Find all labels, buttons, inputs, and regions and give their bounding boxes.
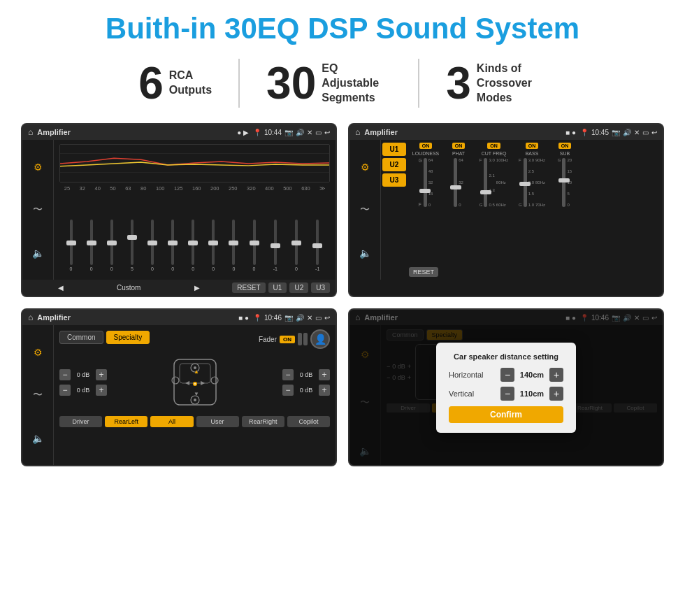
bass-slider[interactable] (524, 158, 527, 207)
right-front-minus[interactable]: − (282, 369, 294, 380)
right-vol-controls: − 0 dB + − 0 dB + (282, 369, 330, 396)
horizontal-minus-btn[interactable]: − (500, 368, 514, 382)
sub-slider[interactable] (562, 158, 565, 207)
confirm-button[interactable]: Confirm (449, 406, 563, 423)
speaker-icon[interactable]: 🔈 (32, 248, 44, 259)
eq-slider-12[interactable]: 0 (295, 220, 298, 275)
eq-slider-2[interactable]: 0 (90, 220, 93, 275)
right-front-val: 0 dB (296, 371, 316, 378)
location-icon: 📍 (253, 129, 261, 136)
driver-btn[interactable]: Driver (59, 416, 102, 427)
home-icon-2[interactable]: ⌂ (355, 127, 360, 137)
back-icon[interactable]: ↩ (324, 129, 330, 136)
u1-button[interactable]: U1 (268, 282, 287, 293)
eq-slider-9[interactable]: 0 (232, 220, 235, 275)
eq-icon[interactable]: ⚙ (34, 162, 43, 173)
wave-icon-3[interactable]: 〜 (33, 389, 43, 401)
amp-reset-btn[interactable]: RESET (409, 267, 438, 277)
horizontal-row: Horizontal − 140cm + (449, 368, 563, 382)
volume-icon-3: 🔊 (296, 314, 304, 322)
vertical-plus-btn[interactable]: + (549, 387, 563, 401)
main-title: Buith-in 30EQ DSP Sound System (21, 13, 664, 45)
right-rear-val: 0 dB (296, 387, 316, 394)
screen3-time: 10:46 (264, 314, 282, 322)
eq-slider-7[interactable]: 0 (192, 220, 194, 275)
eq-icon-3[interactable]: ⚙ (34, 347, 43, 358)
user-btn[interactable]: User (196, 416, 239, 427)
wifi-icon-2: ✕ (634, 129, 640, 136)
specialty-tab[interactable]: Specialty (106, 331, 150, 344)
left-rear-plus[interactable]: + (96, 385, 107, 396)
speaker-icon-2[interactable]: 🔈 (359, 248, 371, 259)
eq-icon-2[interactable]: ⚙ (361, 162, 370, 173)
camera-icon-2: 📷 (612, 129, 620, 136)
left-front-plus[interactable]: + (96, 369, 107, 380)
sub-label: SUB (560, 151, 570, 156)
left-front-minus[interactable]: − (59, 369, 71, 380)
eq-slider-10[interactable]: 0 (253, 220, 256, 275)
u3-button[interactable]: U3 (311, 282, 330, 293)
eq-next-icon[interactable]: ▶ (164, 284, 229, 292)
eq-graph (59, 144, 330, 182)
rearright-btn[interactable]: RearRight (242, 416, 284, 427)
eq-slider-8[interactable]: 0 (212, 220, 215, 275)
camera-icon: 📷 (284, 129, 293, 136)
cross-tabs: Common Specialty (59, 331, 150, 344)
phat-slider[interactable] (454, 158, 457, 207)
loudness-slider[interactable] (424, 158, 427, 207)
screen1-status-icons: 📍 10:44 📷 🔊 ✕ ▭ ↩ (253, 129, 330, 136)
sub-scale: G (558, 158, 561, 207)
back-icon-3[interactable]: ↩ (324, 314, 330, 322)
sub-vals: 20151050 (567, 158, 572, 207)
common-tab[interactable]: Common (59, 331, 103, 344)
eq-slider-11[interactable]: -1 (273, 220, 277, 275)
screen1-side-panel: ⚙ 〜 🔈 (22, 140, 54, 280)
screen-crossover: ⌂ Amplifier ■ ● 📍 10:46 📷 🔊 ✕ ▭ ↩ ⚙ 〜 🔈 (21, 308, 337, 466)
speaker-icon-3[interactable]: 🔈 (32, 433, 44, 444)
battery-icon: ▭ (315, 129, 322, 136)
eq-freq-labels: 253240 506380 100125160 200250320 400500… (59, 185, 330, 192)
eq-slider-5[interactable]: 0 (151, 220, 154, 275)
screen3-side-panel: ⚙ 〜 🔈 (22, 325, 54, 465)
vertical-minus-btn[interactable]: − (500, 387, 514, 401)
screen1-status-bar: ⌂ Amplifier ● ▶ 📍 10:44 📷 🔊 ✕ ▭ ↩ (22, 124, 336, 140)
loudness-vals: 644832160 (428, 158, 433, 207)
right-rear-plus[interactable]: + (319, 385, 330, 396)
wave-icon-2[interactable]: 〜 (360, 203, 370, 216)
eq-slider-4[interactable]: 5 (131, 220, 134, 275)
rearleft-btn[interactable]: RearLeft (105, 416, 147, 427)
all-btn[interactable]: All (150, 416, 193, 427)
svg-text:▶: ▶ (201, 380, 206, 386)
loudness-scale: GF (419, 158, 422, 207)
stat-label-crossover: Kinds ofCrossover Modes (477, 62, 547, 105)
u2-button[interactable]: U2 (289, 282, 308, 293)
cutfreq-slider[interactable] (484, 158, 487, 207)
amp-u1-btn[interactable]: U1 (382, 143, 406, 156)
eq-slider-6[interactable]: 0 (171, 220, 174, 275)
left-front-vol: − 0 dB + (59, 369, 107, 380)
home-icon[interactable]: ⌂ (28, 127, 33, 137)
left-rear-minus[interactable]: − (59, 385, 71, 396)
eq-slider-3[interactable]: 0 (110, 220, 113, 275)
reset-button[interactable]: RESET (232, 282, 265, 293)
right-front-plus[interactable]: + (319, 369, 330, 380)
home-icon-3[interactable]: ⌂ (28, 313, 33, 322)
eq-sliders-row: 0 0 0 5 0 0 0 0 0 0 -1 0 -1 (59, 194, 330, 275)
eq-slider-13[interactable]: -1 (315, 220, 319, 275)
back-icon-2[interactable]: ↩ (651, 129, 657, 136)
phat-label: PHAT (452, 151, 465, 156)
copilot-btn[interactable]: Copilot (287, 416, 330, 427)
eq-slider-1[interactable]: 0 (70, 220, 73, 275)
amp-u3-btn[interactable]: U3 (382, 173, 406, 187)
user-icon[interactable]: 👤 (310, 329, 330, 349)
right-rear-minus[interactable]: − (282, 385, 294, 396)
eq-prev-icon[interactable]: ◀ (28, 284, 93, 292)
horizontal-plus-btn[interactable]: + (549, 368, 563, 382)
svg-text:▲: ▲ (194, 368, 199, 375)
stats-row: 6 RCAOutputs 30 EQ AdjustableSegments 3 … (21, 59, 664, 108)
wave-icon[interactable]: 〜 (33, 203, 43, 216)
screen1-dots: ● ▶ (237, 129, 249, 136)
amp-u2-btn[interactable]: U2 (382, 158, 406, 171)
screen3-app-title: Amplifier (37, 313, 234, 322)
vertical-row: Vertical − 110cm + (449, 387, 563, 401)
